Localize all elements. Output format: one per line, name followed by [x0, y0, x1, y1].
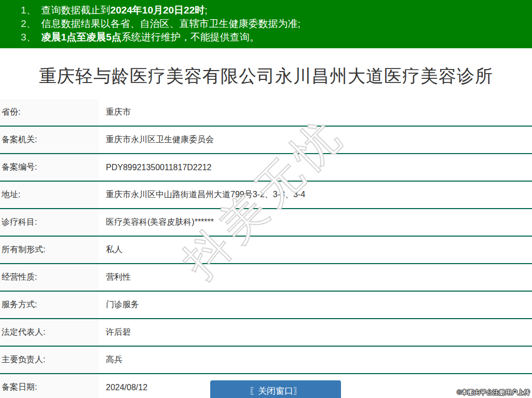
field-value: PDY89921350011817D2212: [99, 154, 532, 181]
field-value: 营利性: [99, 264, 532, 291]
field-value: 重庆市: [99, 99, 532, 126]
field-value: 高兵: [99, 346, 532, 374]
field-value: 私人: [99, 236, 532, 264]
field-value: 许后碧: [99, 319, 532, 346]
table-row-treatment-subjects: 诊疗科目: 医疗美容科(美容皮肤科)******: [0, 209, 532, 236]
notice-text-3-bold: 凌晨1点至凌晨5点: [42, 32, 121, 43]
field-value: 医疗美容科(美容皮肤科)******: [99, 209, 532, 236]
field-value: 重庆市永川区卫生健康委员会: [99, 126, 532, 154]
field-label: 诊疗科目:: [0, 209, 99, 236]
notice-number-3: 3、: [21, 32, 36, 43]
field-label: 经营性质:: [0, 264, 99, 291]
field-label: 备案日期:: [0, 374, 99, 398]
notice-text-3-suffix: 系统进行维护，不能提供查询。: [121, 32, 260, 43]
table-row-legal-representative: 法定代表人: 许后碧: [0, 319, 532, 346]
field-value: 重庆市永川区中山路街道昌州大道799号3-2、3-3、3-4: [99, 181, 532, 209]
field-label: 服务方式:: [0, 291, 99, 319]
field-label: 备案编号:: [0, 154, 99, 181]
field-label: 省份:: [0, 99, 99, 126]
table-row-main-responsible-person: 主要负责人: 高兵: [0, 346, 532, 374]
table-row-ownership-type: 所有制形式: 私人: [0, 236, 532, 264]
field-label: 地址:: [0, 181, 99, 209]
page-title: 重庆轻与龄医疗美容有限公司永川昌州大道医疗美容诊所: [0, 64, 532, 88]
notice-line-1: 1、查询数据截止到2024年10月20日22时;: [0, 4, 532, 17]
notice-text-1-bold: 2024年10月20日22时: [111, 5, 205, 16]
field-label: 备案机关:: [0, 126, 99, 154]
notice-line-3: 3、凌晨1点至凌晨5点系统进行维护，不能提供查询。: [0, 31, 532, 44]
table-row-province: 省份: 重庆市: [0, 99, 532, 126]
notice-text-2-prefix: 信息数据结果以各省、自治区、直辖市卫生健康委数据为准;: [42, 18, 301, 29]
field-value: 门诊服务: [99, 291, 532, 319]
table-row-filing-authority: 备案机关: 重庆市永川区卫生健康委员会: [0, 126, 532, 154]
notice-text-1-suffix: ;: [204, 5, 207, 16]
field-label: 所有制形式:: [0, 236, 99, 264]
table-row-service-mode: 服务方式: 门诊服务: [0, 291, 532, 319]
table-row-business-nature: 经营性质: 营利性: [0, 264, 532, 291]
notice-line-2: 2、信息数据结果以各省、自治区、直辖市卫生健康委数据为准;: [0, 17, 532, 31]
notice-number-1: 1、: [21, 5, 36, 16]
close-window-button[interactable]: 〖关闭窗口〗: [210, 380, 341, 398]
notice-banner: 1、查询数据截止到2024年10月20日22时; 2、信息数据结果以各省、自治区…: [0, 0, 532, 48]
notice-text-1-prefix: 查询数据截止到: [42, 5, 111, 16]
field-label: 主要负责人:: [0, 346, 99, 374]
clinic-info-table: 省份: 重庆市 备案机关: 重庆市永川区卫生健康委员会 备案编号: PDY899…: [0, 99, 532, 398]
notice-number-2: 2、: [21, 18, 36, 29]
table-row-filing-number: 备案编号: PDY89921350011817D2212: [0, 154, 532, 181]
field-label: 法定代表人:: [0, 319, 99, 346]
table-row-address: 地址: 重庆市永川区中山路街道昌州大道799号3-2、3-3、3-4: [0, 181, 532, 209]
copyright-watermark: ©本图由平台注册用户上传: [457, 388, 530, 397]
